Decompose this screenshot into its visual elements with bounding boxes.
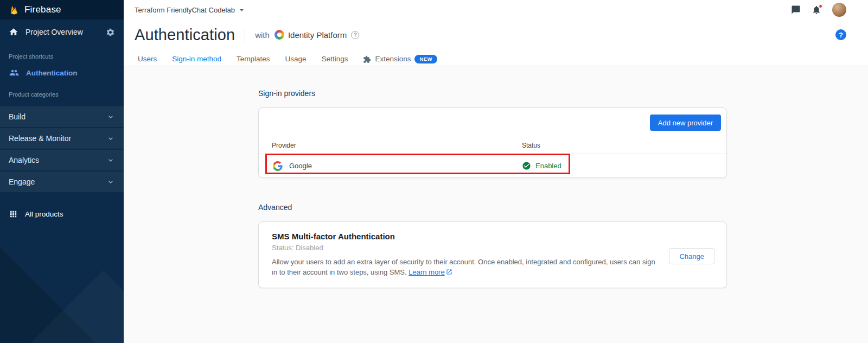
spacer	[258, 178, 868, 203]
chevron-down-icon	[106, 156, 115, 164]
advanced-title: Advanced	[258, 203, 868, 212]
alerts-bell-icon[interactable]	[812, 5, 821, 15]
help-icon[interactable]: ?	[835, 29, 846, 40]
google-logo-icon	[273, 161, 283, 171]
add-new-provider-button[interactable]: Add new provider	[650, 115, 721, 131]
status-cell: Enabled	[522, 161, 561, 170]
gear-icon[interactable]	[106, 28, 115, 37]
providers-card: Add new provider Provider Status	[258, 107, 727, 178]
sms-mfa-card: SMS Multi-factor Authentication Status: …	[258, 221, 727, 288]
info-question-icon[interactable]: ?	[351, 31, 359, 39]
home-icon	[9, 27, 18, 37]
chevron-down-icon	[106, 112, 115, 121]
page-header: Authentication with Identity Platform ? …	[124, 20, 868, 47]
sidebar-item-all-products[interactable]: All products	[0, 204, 124, 224]
sidebar-item-engage[interactable]: Engage	[0, 172, 124, 192]
feedback-icon[interactable]	[791, 5, 801, 15]
people-icon	[9, 68, 19, 78]
authentication-label: Authentication	[26, 69, 78, 77]
sidebar-item-project-overview[interactable]: Project Overview	[0, 20, 124, 45]
status-text: Enabled	[535, 162, 561, 170]
status-column-header: Status	[522, 142, 540, 149]
sidebar-item-authentication[interactable]: Authentication	[0, 63, 124, 82]
provider-column-header: Provider	[272, 142, 522, 149]
build-label: Build	[9, 112, 25, 121]
table-row-google[interactable]: Google Enabled	[259, 154, 726, 177]
product-categories-label: Product categories	[0, 82, 124, 101]
engage-label: Engage	[9, 177, 35, 186]
avatar[interactable]	[832, 3, 846, 17]
chevron-down-icon	[106, 177, 115, 186]
puzzle-icon	[363, 55, 371, 63]
topbar: Terraform FriendlyChat Codelab	[124, 0, 868, 20]
learn-more-link[interactable]: Learn more	[409, 268, 444, 276]
chevron-down-icon	[106, 134, 115, 143]
dropdown-caret-icon	[237, 5, 246, 15]
project-name: Terraform FriendlyChat Codelab	[135, 6, 235, 14]
identity-platform-logo-icon	[275, 30, 284, 40]
project-overview-label: Project Overview	[25, 28, 83, 36]
release-monitor-label: Release & Monitor	[9, 134, 71, 143]
provider-cell: Google	[273, 161, 522, 171]
check-circle-icon	[522, 161, 531, 170]
header-divider	[245, 27, 245, 42]
new-badge: NEW	[414, 55, 437, 63]
provider-name: Google	[289, 162, 312, 170]
sidebar-item-build[interactable]: Build	[0, 106, 124, 127]
project-selector[interactable]: Terraform FriendlyChat Codelab	[135, 5, 246, 15]
sidebar-item-release-monitor[interactable]: Release & Monitor	[0, 128, 124, 149]
page-title: Authentication	[135, 26, 235, 44]
sidebar-decoration	[0, 229, 124, 343]
all-products-label: All products	[25, 210, 63, 218]
topbar-actions	[791, 3, 846, 17]
brand-text: Firebase	[24, 4, 61, 15]
category-list: Build Release & Monitor Analytics Engage	[0, 106, 124, 192]
change-button[interactable]: Change	[669, 248, 714, 264]
sign-in-providers-title: Sign-in providers	[258, 89, 868, 98]
project-shortcuts-label: Project shortcuts	[0, 45, 124, 63]
sms-mfa-title: SMS Multi-factor Authentication	[272, 232, 713, 241]
external-link-icon[interactable]	[446, 268, 452, 278]
apps-grid-icon	[9, 209, 18, 219]
sms-mfa-description: Allow your users to add an extra layer o…	[272, 257, 660, 278]
providers-card-toolbar: Add new provider	[259, 108, 726, 137]
identity-platform-label: Identity Platform	[288, 30, 347, 40]
sidebar-item-analytics[interactable]: Analytics	[0, 150, 124, 170]
analytics-label: Analytics	[9, 156, 39, 164]
content-area: Sign-in providers Add new provider Provi…	[124, 65, 868, 343]
notification-dot	[819, 4, 822, 8]
providers-table-header: Provider Status	[259, 137, 726, 154]
firebase-brand[interactable]: Firebase	[0, 0, 124, 20]
main-area: Terraform FriendlyChat Codelab Authentic…	[124, 0, 868, 343]
sms-mfa-description-text: Allow your users to add an extra layer o…	[272, 258, 655, 276]
with-label: with	[255, 30, 270, 40]
sms-mfa-status: Status: Disabled	[272, 244, 713, 252]
firebase-logo-icon	[9, 4, 20, 15]
sidebar: Firebase Project Overview Project shortc…	[0, 0, 124, 343]
